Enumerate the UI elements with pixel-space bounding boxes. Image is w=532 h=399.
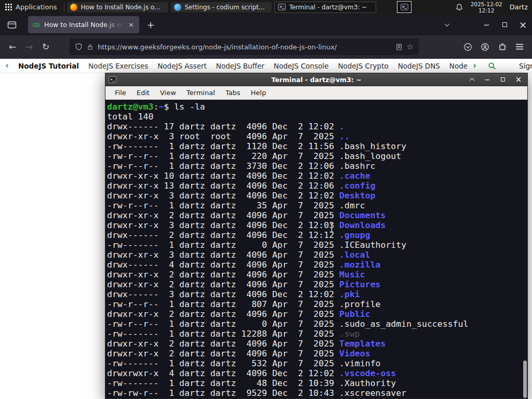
panel-clock[interactable]: 2025-12-02 12:12 (471, 1, 502, 14)
pocket-icon[interactable] (459, 38, 476, 55)
tray-terminal-launcher[interactable]: >_ (397, 1, 411, 13)
ls-row: -rw-r--r-- 1 dartz dartz 220 Apr 7 2025 … (107, 151, 527, 161)
site-nav: ‹ NodeJS Tutorial NodeJS Exercises NodeJ… (0, 59, 532, 73)
list-all-tabs-button[interactable] (439, 17, 455, 33)
ls-row: drwxr-xr-x 3 root root 4096 Apr 7 2025 .… (107, 131, 527, 141)
nav-item-crypto[interactable]: NodeJS Crypto (338, 62, 389, 70)
chevron-down-icon (444, 21, 449, 26)
top-panel: Applications How to Install Node.js o...… (0, 0, 532, 14)
nav-item-exercises[interactable]: NodeJS Exercises (88, 62, 148, 70)
nav-item-buffer[interactable]: NodeJS Buffer (216, 62, 264, 70)
back-button[interactable]: ← (4, 38, 21, 55)
terminal-output: dartz@vm3:~$ ls -latotal 140drwx------ 1… (107, 102, 527, 398)
url-bar[interactable]: https://www.geeksforgeeks.org/node-js/in… (70, 38, 419, 55)
terminal-maximize-button[interactable] (499, 76, 507, 83)
terminal-icon: >_ (109, 76, 116, 83)
window-minimize-button[interactable]: − (477, 14, 496, 35)
lock-icon[interactable] (87, 43, 94, 51)
terminal-titlebar[interactable]: >_ Terminal - dartz@vm3: ~ − × (105, 73, 527, 86)
ls-row: drwx------ 4 dartz dartz 4096 Apr 7 2025… (107, 260, 527, 270)
nav-item-node[interactable]: Node (449, 62, 468, 70)
terminal-icon: >_ (401, 4, 408, 10)
terminal-scrollbar-thumb[interactable] (523, 361, 527, 398)
applications-label: Applications (16, 3, 57, 11)
panel-right: 2025-12-02 12:12 Dartz (455, 1, 532, 14)
applications-menu-button[interactable]: Applications (0, 0, 62, 14)
menu-edit[interactable]: Edit (131, 87, 155, 99)
taskbar-item-label: Terminal - dartz@vm3: ~ (289, 4, 367, 11)
prompt-line: dartz@vm3:~$ ls -la (107, 102, 527, 112)
forward-button[interactable]: → (21, 38, 37, 55)
nav-item-assert[interactable]: NodeJS Assert (157, 62, 207, 70)
codium-icon (174, 4, 181, 11)
firefox-icon (70, 4, 77, 11)
toolbar-right-icons (459, 38, 528, 55)
ls-row: -rw------- 1 dartz dartz 1120 Dec 2 11:5… (107, 141, 527, 151)
ls-row: -rw------- 1 dartz dartz 12288 Apr 7 202… (107, 329, 527, 339)
terminal-window: >_ Terminal - dartz@vm3: ~ − × File Edit… (105, 73, 528, 399)
ls-row: drwxr-xr-x 2 dartz dartz 4096 Apr 7 2025… (107, 280, 527, 289)
ls-row: drwxr-xr-x 3 dartz dartz 4096 Dec 2 12:0… (107, 220, 527, 230)
clock-time: 12:12 (471, 7, 502, 14)
ls-row: -rw------- 1 dartz dartz 48 Dec 2 10:39 … (107, 378, 527, 388)
sign-in-button[interactable]: Sign In (519, 62, 532, 70)
terminal-minimize-button[interactable]: − (484, 76, 491, 83)
shade-button[interactable] (468, 76, 475, 83)
nav-item-console[interactable]: NodeJS Console (274, 62, 329, 70)
url-text: https://www.geeksforgeeks.org/node-js/in… (98, 43, 391, 51)
new-tab-button[interactable]: + (143, 18, 158, 32)
chevron-up-icon (469, 77, 474, 83)
window-maximize-button[interactable] (496, 14, 514, 35)
active-tab[interactable]: How to Install Node.js on × (28, 16, 139, 33)
panel-separator (64, 3, 64, 12)
reload-button[interactable]: ↻ (37, 38, 54, 55)
ls-row: drwxrwxr-x 4 dartz dartz 4096 Dec 2 12:0… (107, 368, 527, 378)
ls-row: -rw-rw-r-- 1 dartz dartz 9529 Dec 2 10:4… (107, 388, 527, 398)
firefox-view-icon[interactable] (4, 17, 20, 33)
ls-row: -rw-r--r-- 1 dartz dartz 3730 Dec 2 12:0… (107, 161, 527, 171)
ls-row: drwx------ 3 dartz dartz 4096 Dec 2 12:0… (107, 289, 527, 299)
hamburger-icon (516, 46, 523, 47)
nav-scroll-left-icon[interactable]: ‹ (5, 61, 9, 70)
terminal-screen[interactable]: dartz@vm3:~$ ls -latotal 140drwx------ 1… (105, 100, 527, 398)
ls-row: drwxr-xr-x 2 dartz dartz 4096 Apr 7 2025… (107, 309, 527, 319)
notification-bell-icon[interactable] (455, 3, 463, 11)
tab-close-icon[interactable]: × (127, 21, 135, 29)
nav-item-dns[interactable]: NodeJS DNS (398, 62, 440, 70)
account-icon[interactable] (476, 38, 494, 55)
ls-row: -rw------- 1 dartz dartz 0 Apr 7 2025 .I… (107, 240, 527, 250)
nav-item-tutorial[interactable]: NodeJS Tutorial (18, 62, 79, 70)
ls-row: drwxr-xr-x 2 dartz dartz 4096 Apr 7 2025… (107, 270, 527, 280)
taskbar-item-codium[interactable]: Settings - codium script... (170, 2, 272, 13)
ls-row: -rw-r--r-- 1 dartz dartz 0 Apr 7 2025 .s… (107, 319, 527, 329)
ls-row: drwx------ 17 dartz dartz 4096 Dec 2 12:… (107, 122, 527, 131)
ls-row: drwxr-xr-x 3 dartz dartz 4096 Dec 2 12:0… (107, 191, 527, 201)
ls-row: -rw-r--r-- 1 dartz dartz 35 Apr 7 2025 .… (107, 201, 527, 210)
terminal-close-button[interactable]: × (515, 76, 522, 83)
clock-date: 2025-12-02 (471, 1, 502, 7)
terminal-menubar: File Edit View Terminal Tabs Help (105, 86, 527, 100)
ls-row: -rw------- 1 dartz dartz 532 Apr 7 2025 … (107, 358, 527, 368)
tracking-shield-icon[interactable] (75, 43, 83, 51)
menu-help[interactable]: Help (246, 87, 272, 99)
nav-scroll-right-icon[interactable]: › (473, 61, 476, 70)
menu-tabs[interactable]: Tabs (220, 87, 246, 99)
menu-button[interactable] (511, 38, 528, 55)
desktop: Applications How to Install Node.js o...… (0, 0, 532, 399)
menu-file[interactable]: File (110, 87, 131, 99)
reader-mode-icon[interactable] (395, 43, 403, 51)
menu-terminal[interactable]: Terminal (181, 87, 220, 99)
taskbar-item-browser[interactable]: How to Install Node.js o... (66, 2, 168, 13)
ls-row: drwxr-xr-x 2 dartz dartz 4096 Apr 7 2025… (107, 339, 527, 349)
window-close-button[interactable]: × (514, 14, 532, 35)
taskbar: How to Install Node.js o... Settings - c… (66, 0, 376, 14)
geeksforgeeks-favicon (32, 21, 41, 29)
menu-view[interactable]: View (155, 87, 181, 99)
ls-row: drwxr-xr-x 10 dartz dartz 4096 Dec 2 12:… (107, 171, 527, 181)
search-icon[interactable] (488, 62, 496, 70)
ls-row: drwxr-xr-x 2 dartz dartz 4096 Apr 7 2025… (107, 349, 527, 358)
extensions-icon[interactable] (494, 38, 511, 55)
user-menu[interactable]: Dartz (510, 3, 528, 11)
taskbar-item-terminal[interactable]: >_ Terminal - dartz@vm3: ~ (274, 2, 376, 13)
bookmark-star-icon[interactable]: ☆ (407, 42, 414, 51)
